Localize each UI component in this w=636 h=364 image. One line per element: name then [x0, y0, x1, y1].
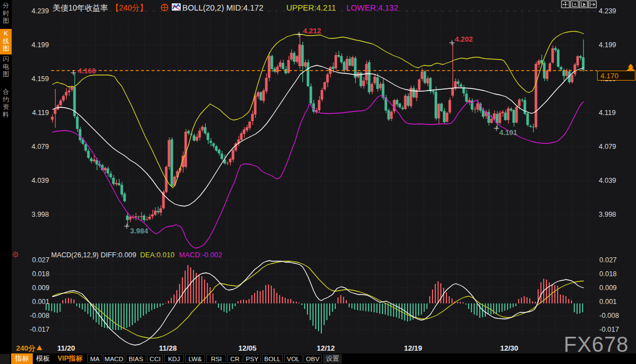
- svg-text:DIFF:0.009: DIFF:0.009: [101, 251, 136, 259]
- svg-text:0.001: 0.001: [599, 298, 617, 306]
- svg-text:12/30: 12/30: [500, 344, 519, 352]
- svg-text:4.101: 4.101: [499, 128, 518, 137]
- svg-text:0.018: 0.018: [599, 270, 617, 278]
- svg-text:4.239: 4.239: [32, 7, 49, 15]
- svg-text:4.159: 4.159: [32, 75, 49, 83]
- svg-text:-0.008: -0.008: [599, 312, 619, 320]
- svg-text:4.079: 4.079: [32, 143, 49, 151]
- svg-text:UPPER:4.211: UPPER:4.211: [286, 3, 336, 12]
- svg-text:【240分】: 【240分】: [111, 3, 147, 12]
- svg-text:-0.017: -0.017: [30, 326, 49, 333]
- svg-text:-0.017: -0.017: [599, 326, 619, 333]
- svg-text:4.239: 4.239: [599, 7, 616, 15]
- svg-text:4.039: 4.039: [599, 177, 616, 185]
- svg-text:12/12: 12/12: [317, 344, 335, 352]
- svg-text:0.027: 0.027: [599, 256, 617, 264]
- svg-text:BOLL(20,2) MID:4.172: BOLL(20,2) MID:4.172: [182, 3, 264, 12]
- svg-text:4.170: 4.170: [600, 72, 619, 80]
- svg-text:0.018: 0.018: [32, 270, 49, 278]
- svg-text:4.199: 4.199: [599, 41, 616, 49]
- svg-text:3.998: 3.998: [32, 211, 49, 218]
- svg-text:4.202: 4.202: [455, 35, 473, 43]
- svg-text:3.984: 3.984: [130, 227, 148, 235]
- svg-text:0.001: 0.001: [32, 298, 49, 306]
- svg-text:0.009: 0.009: [599, 284, 617, 292]
- svg-text:12/05: 12/05: [238, 344, 257, 352]
- svg-text:0.009: 0.009: [32, 284, 49, 292]
- svg-text:DEA:0.010: DEA:0.010: [140, 251, 175, 259]
- svg-text:-0.008: -0.008: [30, 312, 49, 320]
- svg-text:4.199: 4.199: [32, 41, 49, 49]
- svg-text:240分: 240分: [16, 344, 36, 352]
- svg-text:美债10年收益率: 美债10年收益率: [53, 3, 108, 12]
- svg-text:LOWER:4.132: LOWER:4.132: [346, 3, 399, 12]
- svg-text:FX678: FX678: [564, 333, 629, 356]
- svg-text:4.119: 4.119: [32, 109, 49, 117]
- svg-text:MACD:-0.002: MACD:-0.002: [179, 251, 222, 259]
- svg-text:4.079: 4.079: [599, 143, 616, 151]
- svg-text:11/28: 11/28: [159, 344, 177, 352]
- svg-text:4.166: 4.166: [78, 67, 96, 75]
- svg-text:4.212: 4.212: [303, 27, 321, 35]
- svg-text:11/20: 11/20: [57, 344, 75, 352]
- svg-text:12/19: 12/19: [404, 344, 423, 352]
- svg-text:0.027: 0.027: [32, 256, 49, 264]
- svg-text:3.998: 3.998: [599, 211, 616, 218]
- svg-text:MACD(26,12,9): MACD(26,12,9): [51, 251, 98, 259]
- svg-text:4.119: 4.119: [599, 109, 615, 117]
- svg-text:4.039: 4.039: [32, 177, 49, 185]
